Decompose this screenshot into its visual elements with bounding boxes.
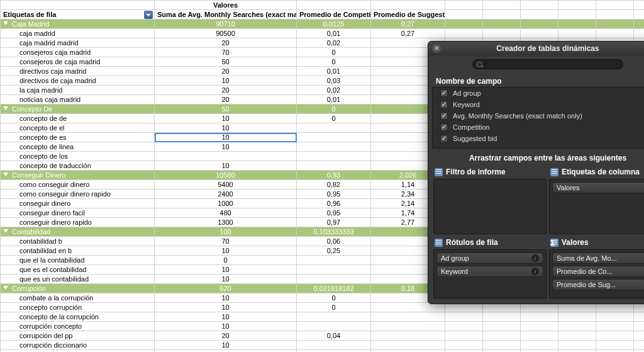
pivot-row-label[interactable]: que es el contabilidad	[1, 265, 155, 275]
cell-searches[interactable]: 480	[155, 208, 297, 218]
cell-searches[interactable]: 620	[155, 284, 297, 293]
field-row[interactable]: Ad group	[440, 88, 644, 99]
pivot-row-label[interactable]: como conseguir dinero	[1, 180, 155, 190]
pivot-row-label[interactable]: conseguir dinero rapido	[1, 218, 155, 227]
cell-competition[interactable]: 0	[297, 114, 371, 123]
group-row-label[interactable]: Caja Madrid	[1, 20, 155, 29]
pivot-row-label[interactable]: caja madrid madrid	[1, 38, 155, 48]
pivot-row-label[interactable]: corrupción concepto	[1, 322, 155, 331]
field-row[interactable]: Competition	[440, 122, 644, 133]
cell-searches[interactable]: 10	[155, 341, 297, 350]
cell-searches[interactable]: 100	[155, 227, 297, 237]
field-row[interactable]: Avg. Monthly Searches (exact match only)	[440, 110, 644, 122]
pivot-row-label[interactable]: combate a la corrupción	[1, 293, 155, 303]
pivot-row-label[interactable]: concepto de el	[1, 123, 155, 133]
group-row-label[interactable]: Contabilidad	[1, 227, 155, 237]
cell-searches[interactable]: 10	[155, 133, 297, 142]
cell-bid[interactable]	[371, 331, 445, 341]
cell-searches[interactable]: 20	[155, 331, 297, 341]
area-pill[interactable]: Ad groupi	[436, 253, 543, 264]
expand-icon[interactable]	[3, 229, 8, 233]
search-input[interactable]	[472, 59, 623, 69]
expand-icon[interactable]	[3, 173, 8, 176]
cell-competition[interactable]	[297, 275, 371, 284]
checkbox[interactable]	[440, 101, 448, 108]
cell-competition[interactable]	[297, 161, 371, 171]
area-columns[interactable]: Etiquetas de columna Valoresi	[549, 166, 644, 234]
pivot-row-label[interactable]: concepto de la corrupción	[1, 312, 155, 322]
cell-competition[interactable]: 0,97	[297, 218, 371, 227]
cell-competition[interactable]: 0	[297, 48, 371, 57]
cell-searches[interactable]: 50	[155, 105, 297, 114]
pivot-row-label[interactable]: concepto de es	[1, 133, 155, 142]
pivot-row-label[interactable]: consejeros de caja madrid	[1, 57, 155, 67]
area-pill[interactable]: Keywordi	[436, 266, 543, 277]
cell-searches[interactable]: 20	[155, 67, 297, 76]
cell-competition[interactable]: 0,96	[297, 199, 371, 208]
cell-searches[interactable]: 10	[155, 350, 297, 353]
group-row-label[interactable]: Concepto De	[1, 105, 155, 114]
checkbox[interactable]	[440, 123, 448, 131]
info-icon[interactable]: i	[531, 268, 539, 275]
cell-bid[interactable]	[371, 322, 445, 331]
cell-competition[interactable]: 0,02	[297, 38, 371, 48]
checkbox[interactable]	[440, 112, 448, 120]
checkbox[interactable]	[440, 89, 448, 97]
area-rows[interactable]: Rótulos de fila Ad groupiKeywordi	[433, 237, 547, 298]
cell-competition[interactable]: 0,021818182	[297, 284, 371, 293]
area-pill[interactable]: Promedio de Co...i	[552, 266, 644, 277]
cell-searches[interactable]: 70	[155, 48, 297, 57]
cell-competition[interactable]: 0,01	[297, 67, 371, 76]
pivot-row-label[interactable]: directivos de caja madrid	[1, 76, 155, 86]
pivot-row-label[interactable]: concepto de linea	[1, 142, 155, 152]
cell-searches[interactable]: 10	[155, 246, 297, 256]
cell-competition[interactable]	[297, 265, 371, 275]
cell-bid[interactable]: 0,27	[371, 29, 445, 38]
cell-competition[interactable]	[297, 133, 371, 142]
pivot-row-label[interactable]: noticias caja madrid	[1, 95, 155, 105]
cell-competition[interactable]	[297, 142, 371, 152]
cell-bid[interactable]	[371, 350, 445, 353]
pivot-row-label[interactable]: contabilidad en b	[1, 246, 155, 256]
cell-competition[interactable]: 0,95	[297, 208, 371, 218]
area-pill[interactable]: Valoresi	[552, 182, 644, 193]
cell-searches[interactable]: 90710	[155, 20, 297, 29]
cell-competition[interactable]: 0,04	[297, 331, 371, 341]
checkbox[interactable]	[440, 135, 448, 142]
pivot-row-label[interactable]: corrupción diccionario	[1, 341, 155, 350]
cell-searches[interactable]: 1000	[155, 199, 297, 208]
group-row-label[interactable]: Corrupción	[1, 284, 155, 293]
cell-competition[interactable]: 0,01	[297, 95, 371, 105]
cell-competition[interactable]: 0	[297, 303, 371, 312]
pivot-row-label[interactable]: contabilidad b	[1, 237, 155, 246]
cell-searches[interactable]: 0	[155, 256, 297, 265]
cell-searches[interactable]: 10	[155, 265, 297, 275]
cell-competition[interactable]	[297, 312, 371, 322]
pivot-row-label[interactable]: concepto corrupción	[1, 303, 155, 312]
cell-searches[interactable]: 1300	[155, 218, 297, 227]
area-values[interactable]: ΣValores Suma de Avg. Mo...iPromedio de …	[549, 237, 644, 298]
pivot-row-label[interactable]: consejeros caja madrid	[1, 48, 155, 57]
cell-searches[interactable]: 90500	[155, 29, 297, 38]
cell-competition[interactable]	[297, 152, 371, 161]
pivot-row-label[interactable]: caja madrid	[1, 29, 155, 38]
pivot-row-label[interactable]: concepto de de	[1, 114, 155, 123]
pivot-row-label[interactable]: directivos caja madrid	[1, 67, 155, 76]
pivot-row-label[interactable]: concepto de traducción	[1, 161, 155, 171]
cell-searches[interactable]: 10	[155, 303, 297, 312]
pivot-row-label[interactable]: que el la contabilidad	[1, 256, 155, 265]
pivot-row-label[interactable]: corrupción del pp	[1, 331, 155, 341]
expand-icon[interactable]	[3, 21, 8, 25]
cell-searches[interactable]	[155, 152, 297, 161]
cell-bid[interactable]: 0,27	[371, 20, 445, 29]
cell-competition[interactable]: 0,06	[297, 237, 371, 246]
field-row[interactable]: Suggested bid	[440, 133, 644, 144]
pivot-row-label[interactable]: como conseguir dinero rapido	[1, 190, 155, 199]
cell-searches[interactable]: 50	[155, 57, 297, 67]
info-icon[interactable]: i	[531, 254, 539, 262]
cell-competition[interactable]	[297, 123, 371, 133]
cell-searches[interactable]: 10	[155, 123, 297, 133]
cell-competition[interactable]: 0,103333333	[297, 227, 371, 237]
cell-competition[interactable]: 0	[297, 57, 371, 67]
area-filter[interactable]: Filtro de informe	[433, 166, 547, 234]
